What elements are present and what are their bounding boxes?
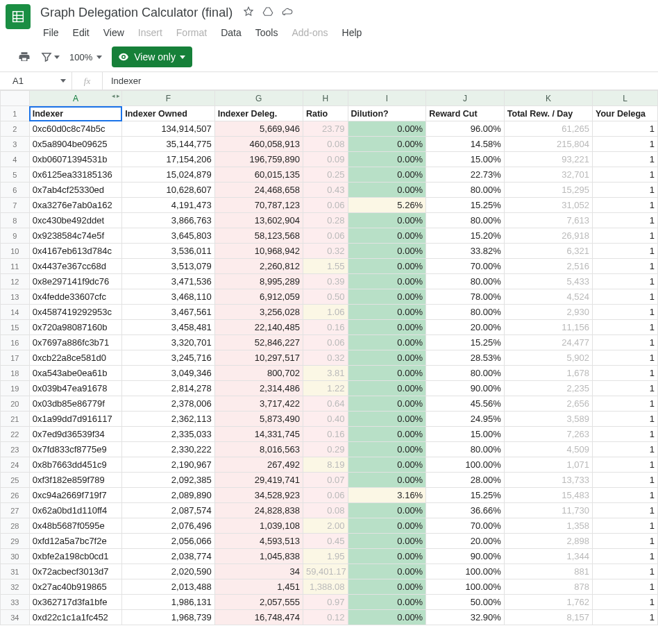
cell[interactable]: 0.39 bbox=[303, 274, 348, 289]
cell[interactable]: 0.00% bbox=[348, 244, 426, 259]
name-box[interactable]: A1 bbox=[0, 72, 72, 90]
cell[interactable]: 6,912,059 bbox=[214, 289, 303, 305]
cell[interactable]: 24.95% bbox=[426, 412, 505, 427]
row-header[interactable]: 28 bbox=[1, 518, 30, 534]
cell[interactable]: 2,020,590 bbox=[122, 564, 214, 579]
cell[interactable]: 0xbfe2a198cb0cd1 bbox=[29, 549, 121, 564]
cell[interactable]: 0.00% bbox=[348, 595, 426, 610]
row-header[interactable]: 13 bbox=[1, 289, 30, 305]
cell[interactable]: 32,701 bbox=[504, 167, 592, 183]
cell[interactable]: 0.00% bbox=[348, 579, 426, 595]
cell[interactable]: 2,038,774 bbox=[122, 549, 214, 564]
cell[interactable]: 0.00% bbox=[348, 259, 426, 274]
col-header-H[interactable]: H bbox=[303, 91, 348, 106]
cell[interactable]: 0xa3276e7ab0a162 bbox=[29, 198, 121, 213]
cell[interactable]: 1.55 bbox=[303, 259, 348, 274]
cell[interactable]: 0.00% bbox=[348, 274, 426, 289]
cell[interactable]: 1,986,131 bbox=[122, 595, 214, 610]
cell[interactable]: 2,013,488 bbox=[122, 579, 214, 595]
cell[interactable]: 35,144,775 bbox=[122, 137, 214, 152]
cell[interactable]: 1 bbox=[593, 595, 658, 610]
sheets-logo-icon[interactable] bbox=[6, 4, 31, 29]
cell[interactable]: 1,358 bbox=[504, 518, 592, 534]
cell[interactable]: 0.00% bbox=[348, 320, 426, 335]
cell[interactable]: 5.26% bbox=[348, 198, 426, 213]
cell[interactable]: 5,669,946 bbox=[214, 121, 303, 137]
cell[interactable]: 24,828,838 bbox=[214, 503, 303, 518]
cell[interactable]: 0.00% bbox=[348, 228, 426, 244]
cell[interactable]: 61,265 bbox=[504, 121, 592, 137]
cell[interactable]: 1 bbox=[593, 289, 658, 305]
cell[interactable]: 0.00% bbox=[348, 564, 426, 579]
cell[interactable]: 215,804 bbox=[504, 137, 592, 152]
menu-file[interactable]: File bbox=[37, 24, 65, 41]
cell[interactable]: 0.00% bbox=[348, 121, 426, 137]
row-header[interactable]: 34 bbox=[1, 610, 30, 625]
cell[interactable]: 15.00% bbox=[426, 427, 505, 442]
cell[interactable]: 4,509 bbox=[504, 442, 592, 457]
cell[interactable]: 0.07 bbox=[303, 473, 348, 488]
cell[interactable]: 0.00% bbox=[348, 457, 426, 473]
menu-data[interactable]: Data bbox=[215, 24, 247, 41]
print-icon[interactable] bbox=[18, 51, 31, 63]
cell[interactable]: 0.06 bbox=[303, 488, 348, 503]
cell[interactable]: 1 bbox=[593, 167, 658, 183]
cell[interactable]: 15.25% bbox=[426, 488, 505, 503]
cell[interactable]: 0x27ac40b919865 bbox=[29, 579, 121, 595]
cell[interactable]: 1 bbox=[593, 549, 658, 564]
row-header[interactable]: 22 bbox=[1, 427, 30, 442]
cell[interactable]: 878 bbox=[504, 579, 592, 595]
cell[interactable]: 1,762 bbox=[504, 595, 592, 610]
cell[interactable]: 0.25 bbox=[303, 167, 348, 183]
cell[interactable]: 2,656 bbox=[504, 396, 592, 412]
cell[interactable]: 1 bbox=[593, 305, 658, 320]
cell[interactable]: 2,314,486 bbox=[214, 381, 303, 396]
cell[interactable]: 17,154,206 bbox=[122, 152, 214, 167]
cell[interactable]: 0.43 bbox=[303, 183, 348, 198]
cell[interactable]: 881 bbox=[504, 564, 592, 579]
cell[interactable]: 0xcb22a8ce581d0 bbox=[29, 350, 121, 366]
row-header[interactable]: 15 bbox=[1, 320, 30, 335]
cell[interactable]: 58,123,568 bbox=[214, 228, 303, 244]
cell[interactable]: 0.16 bbox=[303, 320, 348, 335]
cell[interactable]: 93,221 bbox=[504, 152, 592, 167]
cell[interactable]: 70.00% bbox=[426, 259, 505, 274]
cell[interactable]: 8,016,563 bbox=[214, 442, 303, 457]
cell[interactable]: 0.00% bbox=[348, 427, 426, 442]
cell[interactable]: 8,995,289 bbox=[214, 274, 303, 289]
row-header[interactable]: 29 bbox=[1, 534, 30, 549]
cell[interactable]: 15.20% bbox=[426, 228, 505, 244]
cell[interactable]: 0xc94a2669f719f7 bbox=[29, 488, 121, 503]
cell[interactable]: 0x4167eb613d784c bbox=[29, 244, 121, 259]
row-header[interactable]: 7 bbox=[1, 198, 30, 213]
cell[interactable]: 10,297,517 bbox=[214, 350, 303, 366]
cell[interactable]: 80.00% bbox=[426, 366, 505, 381]
cell[interactable]: 20.00% bbox=[426, 320, 505, 335]
cell[interactable]: 0.00% bbox=[348, 183, 426, 198]
cell[interactable]: 0.00% bbox=[348, 534, 426, 549]
cell[interactable]: 0x7ed9d36539f34 bbox=[29, 427, 121, 442]
cell[interactable]: 1 bbox=[593, 518, 658, 534]
cell[interactable]: 80.00% bbox=[426, 213, 505, 228]
cell[interactable]: 0.00% bbox=[348, 305, 426, 320]
cell[interactable]: 15,024,879 bbox=[122, 167, 214, 183]
cell[interactable]: 0.00% bbox=[348, 381, 426, 396]
cell[interactable]: 52,846,227 bbox=[214, 335, 303, 350]
cell[interactable]: 2,814,278 bbox=[122, 381, 214, 396]
cell[interactable]: 1,045,838 bbox=[214, 549, 303, 564]
cell[interactable]: 50.00% bbox=[426, 595, 505, 610]
cell[interactable]: 6,321 bbox=[504, 244, 592, 259]
cell[interactable]: 1 bbox=[593, 121, 658, 137]
cell[interactable]: 0x03db85e86779f bbox=[29, 396, 121, 412]
cell[interactable]: 2,898 bbox=[504, 534, 592, 549]
cell[interactable]: 0.06 bbox=[303, 335, 348, 350]
header-cell[interactable]: Indexer Deleg. bbox=[214, 106, 303, 121]
drive-icon[interactable] bbox=[262, 6, 274, 20]
doc-title[interactable]: Graph Delegation Calculator (final) bbox=[37, 4, 235, 22]
cell[interactable]: 0x62a0bd1d110ff4 bbox=[29, 503, 121, 518]
col-header-K[interactable]: K bbox=[504, 91, 592, 106]
cell[interactable]: 28.00% bbox=[426, 473, 505, 488]
cell[interactable]: 100.00% bbox=[426, 564, 505, 579]
cell[interactable]: 15.25% bbox=[426, 198, 505, 213]
cell[interactable]: 3,717,422 bbox=[214, 396, 303, 412]
